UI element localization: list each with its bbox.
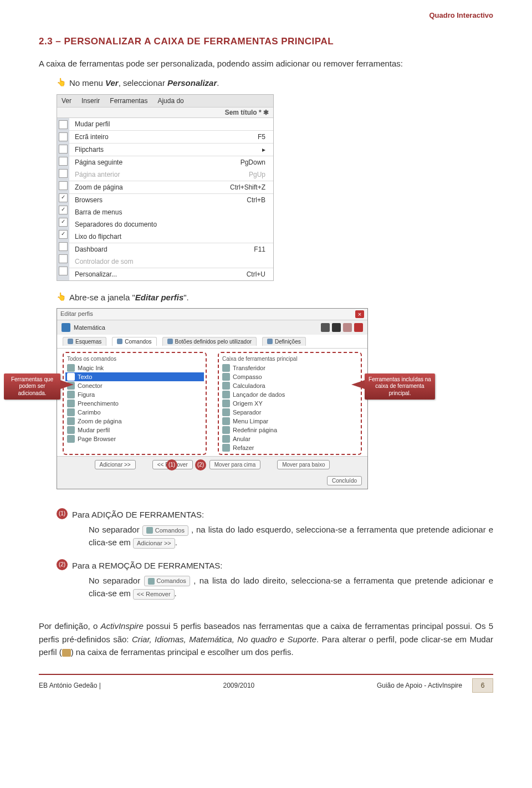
comandos-chip: Comandos	[142, 525, 188, 536]
list-item[interactable]: Conector	[65, 381, 204, 390]
list-item[interactable]: Lançador de dados	[221, 390, 359, 399]
list-item[interactable]: Redefinir página	[221, 426, 359, 434]
dialog-title-text: Editar perfis	[60, 310, 93, 318]
list-item[interactable]: Figura	[65, 390, 204, 399]
list-item[interactable]: Texto	[65, 372, 204, 381]
tool-icon	[222, 373, 230, 381]
menu-item[interactable]: Ecrã inteiroF5	[69, 130, 273, 143]
menu-item[interactable]: Mudar perfil	[69, 118, 273, 130]
step-badge-2: (2)	[57, 559, 68, 570]
tool-icon	[67, 373, 75, 381]
menu-item[interactable]: Barra de menus	[69, 206, 273, 218]
list-item[interactable]: Menu Limpar	[221, 417, 359, 426]
dialog-wrap: Ferramentas que podem ser adicionada. Fe…	[57, 308, 367, 489]
menu-item[interactable]: Personalizar...Ctrl+U	[69, 268, 273, 280]
list-item[interactable]: Carimbo	[65, 408, 204, 417]
list-item[interactable]: Origem XY	[221, 399, 359, 408]
step1-text-a: No separador	[89, 525, 142, 534]
bullet1-mid: , seleccionar	[119, 78, 167, 88]
arrow-icon	[351, 380, 365, 389]
tool-icon	[67, 426, 75, 434]
tab-icon	[167, 339, 173, 344]
tool-icon	[67, 364, 75, 372]
editar-perfis-dialog: Editar perfis × Matemática Esquemas Coma…	[57, 308, 368, 489]
add-button[interactable]: Adicionar >>	[95, 460, 136, 469]
menu-list: Mudar perfil Ecrã inteiroF5 Flipcharts▸ …	[69, 118, 273, 280]
badge-row: (1) (2)	[166, 459, 206, 470]
delete-icon[interactable]	[354, 323, 363, 332]
badge-2: (2)	[195, 459, 206, 470]
bullet2-pre: Abre-se a janela "	[69, 293, 135, 302]
pointer-icon: 👆	[57, 76, 66, 89]
intro-paragraph: A caixa de ferramentas pode ser personal…	[39, 57, 493, 70]
copy-icon[interactable]	[343, 323, 352, 332]
list-item[interactable]: Anular	[221, 434, 359, 443]
instruction-list: (1) Para ADIÇÃO DE FERRAMENTAS: No separ…	[39, 508, 493, 607]
callout-left: Ferramentas que podem ser adicionada.	[4, 373, 60, 400]
pointer-icon: 👆	[57, 291, 66, 303]
ver-menu-mock: Ver Inserir Ferramentas Ajuda do Sem tít…	[57, 94, 274, 281]
arrow-icon	[60, 380, 74, 389]
bullet1-end: .	[217, 78, 219, 88]
tab-esquemas[interactable]: Esquemas	[63, 337, 106, 346]
menu-item: Página anteriorPgUp	[69, 168, 273, 181]
tab-comandos[interactable]: Comandos	[112, 337, 156, 346]
tool-icon	[222, 435, 230, 443]
tab-icon	[68, 339, 73, 344]
menu-item[interactable]: Página seguintePgDown	[69, 156, 273, 168]
menu-item[interactable]: Lixo do flipchart	[69, 231, 273, 243]
menu-item[interactable]: Zoom de páginaCtrl+Shift+Z	[69, 181, 273, 193]
bullet2-title: Editar perfis	[135, 293, 184, 302]
move-down-button[interactable]: Mover para baixo	[277, 460, 330, 469]
tool-icon	[222, 426, 230, 434]
footer-center: 2009/2010	[223, 682, 255, 689]
closing-paragraph: Por definição, o ActivInspire possui 5 p…	[39, 620, 493, 658]
tab-botoes[interactable]: Botões definidos pelo utilizador	[162, 337, 257, 346]
menubar-item[interactable]: Ver	[62, 97, 71, 105]
tool-icon	[67, 408, 75, 416]
list-item[interactable]: Page Browser	[65, 434, 204, 443]
list-item[interactable]: Calculadora	[221, 381, 359, 390]
list-item[interactable]: Compasso	[221, 372, 359, 381]
step1-end: .	[175, 538, 177, 547]
list-item[interactable]: Preenchimento	[65, 399, 204, 408]
menu-item[interactable]: BrowsersCtrl+B	[69, 193, 273, 206]
step1-title: Para ADIÇÃO DE FERRAMENTAS:	[72, 510, 204, 519]
list-item[interactable]: Separador	[221, 408, 359, 417]
list-item[interactable]: Mudar perfil	[65, 426, 204, 434]
list-item[interactable]: Transferidor	[221, 364, 359, 372]
move-up-button[interactable]: Mover para cima	[209, 460, 260, 469]
left-commands-panel: Todos os comandos Magic Ink Texto Conect…	[63, 352, 207, 455]
tool-icon	[222, 382, 230, 390]
bullet1-pre: No menu	[69, 78, 105, 88]
save-icon[interactable]	[332, 323, 341, 332]
right-panel-header: Caixa de ferramentas principal	[222, 356, 357, 362]
tab-icon	[148, 578, 155, 585]
bullet-1: 👆 No menu Ver, seleccionar Personalizar.	[57, 76, 493, 89]
tab-definicoes[interactable]: Definições	[262, 337, 306, 346]
badge-1: (1)	[166, 459, 177, 470]
remover-chip: << Remover	[133, 589, 175, 600]
bullet1-ver: Ver	[105, 78, 119, 88]
menubar-item[interactable]: Ajuda do	[157, 97, 183, 105]
done-button[interactable]: Concluído	[327, 476, 362, 485]
menu-item[interactable]: Flipcharts▸	[69, 143, 273, 156]
page-number: 6	[472, 678, 493, 693]
menu-item[interactable]: Separadores do documento	[69, 218, 273, 231]
dialog-action-icons	[321, 323, 363, 332]
menu-item[interactable]: DashboardF11	[69, 243, 273, 255]
list-item[interactable]: Refazer	[221, 443, 359, 452]
profile-icon	[62, 323, 70, 332]
list-item[interactable]: Magic Ink	[65, 364, 204, 372]
open-icon[interactable]	[321, 323, 330, 332]
menu-check-col: ✓✓✓✓	[57, 118, 69, 280]
mudar-perfil-icon	[62, 649, 71, 657]
list-item[interactable]: Zoom de página	[65, 417, 204, 426]
menubar-item[interactable]: Ferramentas	[110, 97, 147, 105]
menubar-item[interactable]: Inserir	[81, 97, 100, 105]
tool-icon	[222, 391, 230, 398]
tool-icon	[67, 417, 75, 425]
page: Quadro Interactivo 2.3 – PERSONALIZAR A …	[0, 0, 532, 788]
step2-text-a: No separador	[89, 576, 144, 585]
close-icon[interactable]: ×	[355, 310, 364, 318]
